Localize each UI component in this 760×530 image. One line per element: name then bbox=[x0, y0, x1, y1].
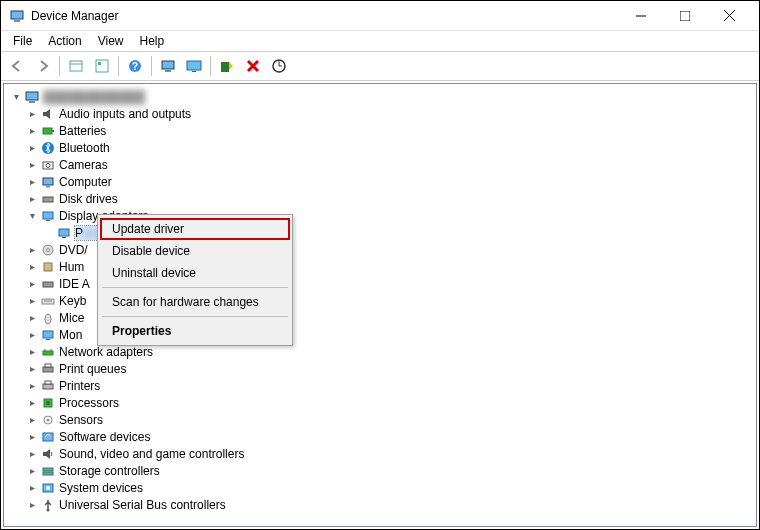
menu-help[interactable]: Help bbox=[132, 32, 173, 50]
cpu-icon bbox=[40, 395, 56, 411]
back-button[interactable] bbox=[5, 54, 29, 78]
context-update-driver[interactable]: Update driver bbox=[100, 218, 290, 240]
chevron-right-icon[interactable]: ▸ bbox=[24, 174, 40, 190]
chevron-right-icon[interactable]: ▸ bbox=[24, 140, 40, 156]
toolbar-separator bbox=[118, 56, 119, 76]
svg-rect-48 bbox=[45, 381, 51, 384]
sound-icon bbox=[40, 446, 56, 462]
tree-category-computer[interactable]: ▸ Computer bbox=[8, 173, 752, 190]
keyboard-icon bbox=[40, 293, 56, 309]
tree-category-usb[interactable]: ▸ Universal Serial Bus controllers bbox=[8, 496, 752, 513]
svg-point-39 bbox=[45, 314, 51, 324]
svg-rect-45 bbox=[43, 367, 53, 372]
tree-category-system-devices[interactable]: ▸ System devices bbox=[8, 479, 752, 496]
chevron-right-icon[interactable]: ▸ bbox=[24, 276, 40, 292]
bluetooth-icon bbox=[40, 140, 56, 156]
chevron-right-icon[interactable]: ▸ bbox=[24, 429, 40, 445]
update-driver-tool-button[interactable] bbox=[215, 54, 239, 78]
chevron-right-icon[interactable]: ▸ bbox=[24, 344, 40, 360]
svg-point-52 bbox=[47, 418, 50, 421]
menu-file[interactable]: File bbox=[5, 32, 40, 50]
svg-rect-54 bbox=[43, 468, 53, 471]
context-properties[interactable]: Properties bbox=[100, 320, 290, 342]
chevron-right-icon[interactable]: ▸ bbox=[24, 497, 40, 513]
printer-icon bbox=[40, 378, 56, 394]
toolbar-separator bbox=[59, 56, 60, 76]
ide-icon bbox=[40, 276, 56, 292]
svg-rect-16 bbox=[221, 62, 229, 72]
help-button[interactable]: ? bbox=[123, 54, 147, 78]
svg-rect-0 bbox=[11, 11, 23, 19]
monitor-tool-button[interactable] bbox=[182, 54, 206, 78]
chevron-right-icon[interactable]: ▸ bbox=[24, 412, 40, 428]
context-scan-hardware[interactable]: Scan for hardware changes bbox=[100, 291, 290, 313]
forward-button[interactable] bbox=[31, 54, 55, 78]
chevron-right-icon[interactable]: ▸ bbox=[24, 463, 40, 479]
monitor-icon bbox=[40, 327, 56, 343]
chevron-right-icon[interactable]: ▸ bbox=[24, 191, 40, 207]
tree-category-audio[interactable]: ▸ Audio inputs and outputs bbox=[8, 105, 752, 122]
svg-rect-29 bbox=[43, 212, 53, 219]
tree-category-cameras[interactable]: ▸ Cameras bbox=[8, 156, 752, 173]
chevron-right-icon[interactable]: ▸ bbox=[24, 157, 40, 173]
svg-rect-40 bbox=[43, 331, 53, 338]
disable-tool-button[interactable] bbox=[241, 54, 265, 78]
svg-rect-35 bbox=[44, 263, 52, 271]
chevron-right-icon[interactable]: ▸ bbox=[24, 446, 40, 462]
tree-category-print-queues[interactable]: ▸ Print queues bbox=[8, 360, 752, 377]
computer-tool-button[interactable] bbox=[156, 54, 180, 78]
chevron-right-icon[interactable]: ▸ bbox=[24, 123, 40, 139]
svg-rect-30 bbox=[46, 220, 50, 221]
tree-category-printers[interactable]: ▸ Printers bbox=[8, 377, 752, 394]
chevron-right-icon[interactable]: ▸ bbox=[24, 106, 40, 122]
svg-rect-41 bbox=[46, 339, 50, 340]
sensor-icon bbox=[40, 412, 56, 428]
expand-icon[interactable]: ▾ bbox=[8, 89, 24, 105]
svg-point-57 bbox=[46, 486, 50, 490]
tree-category-sound-controllers[interactable]: ▸ Sound, video and game controllers bbox=[8, 445, 752, 462]
menu-view[interactable]: View bbox=[90, 32, 132, 50]
context-uninstall-device[interactable]: Uninstall device bbox=[100, 262, 290, 284]
chevron-right-icon[interactable]: ▸ bbox=[24, 395, 40, 411]
context-disable-device[interactable]: Disable device bbox=[100, 240, 290, 262]
chevron-right-icon[interactable]: ▸ bbox=[24, 242, 40, 258]
computer-icon bbox=[24, 89, 40, 105]
printqueue-icon bbox=[40, 361, 56, 377]
chevron-right-icon[interactable]: ▸ bbox=[24, 310, 40, 326]
tree-category-storage-controllers[interactable]: ▸ Storage controllers bbox=[8, 462, 752, 479]
close-button[interactable] bbox=[707, 1, 751, 31]
hid-icon bbox=[40, 259, 56, 275]
chevron-right-icon[interactable]: ▸ bbox=[24, 293, 40, 309]
maximize-button[interactable] bbox=[663, 1, 707, 31]
root-label: ████████████ bbox=[43, 90, 145, 104]
chevron-down-icon[interactable]: ▾ bbox=[24, 208, 40, 224]
tree-category-bluetooth[interactable]: ▸ Bluetooth bbox=[8, 139, 752, 156]
tree-root[interactable]: ▾ ████████████ bbox=[8, 88, 752, 105]
svg-rect-8 bbox=[96, 60, 108, 72]
chevron-right-icon[interactable]: ▸ bbox=[24, 361, 40, 377]
tree-category-software-devices[interactable]: ▸ Software devices bbox=[8, 428, 752, 445]
svg-rect-9 bbox=[98, 62, 101, 65]
chevron-right-icon[interactable]: ▸ bbox=[24, 259, 40, 275]
scan-hardware-button[interactable] bbox=[267, 54, 291, 78]
device-tree-panel[interactable]: ▾ ████████████ ▸ Audio inputs and output… bbox=[3, 83, 757, 527]
app-icon bbox=[9, 8, 25, 24]
svg-rect-20 bbox=[43, 128, 52, 134]
context-separator bbox=[102, 287, 288, 288]
show-hidden-button[interactable] bbox=[64, 54, 88, 78]
chevron-right-icon[interactable]: ▸ bbox=[24, 378, 40, 394]
mouse-icon bbox=[40, 310, 56, 326]
chevron-right-icon[interactable]: ▸ bbox=[24, 480, 40, 496]
properties-button[interactable] bbox=[90, 54, 114, 78]
tree-category-processors[interactable]: ▸ Processors bbox=[8, 394, 752, 411]
menu-action[interactable]: Action bbox=[40, 32, 89, 50]
display-icon bbox=[56, 225, 72, 241]
svg-rect-15 bbox=[192, 71, 196, 72]
tree-category-sensors[interactable]: ▸ Sensors bbox=[8, 411, 752, 428]
minimize-button[interactable] bbox=[619, 1, 663, 31]
chevron-right-icon[interactable]: ▸ bbox=[24, 327, 40, 343]
svg-rect-55 bbox=[43, 472, 53, 475]
tree-category-disk-drives[interactable]: ▸ Disk drives bbox=[8, 190, 752, 207]
tree-category-batteries[interactable]: ▸ Batteries bbox=[8, 122, 752, 139]
svg-rect-36 bbox=[43, 282, 53, 287]
